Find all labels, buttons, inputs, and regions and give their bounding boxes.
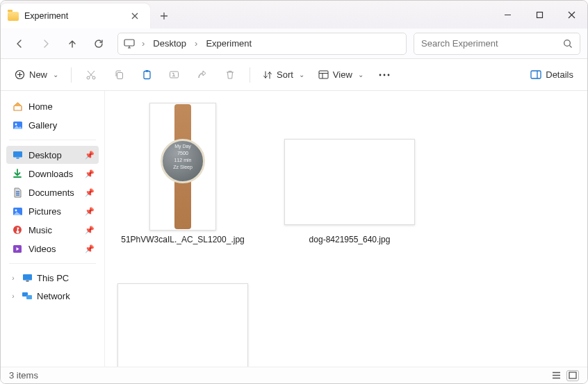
sidebar-item-gallery[interactable]: Gallery [6,116,99,134]
svg-rect-18 [16,158,19,159]
this-pc-icon [22,272,33,283]
forward-button[interactable] [34,33,58,54]
window-tab[interactable]: Experiment [1,3,150,28]
chevron-down-icon: ⌄ [53,71,58,78]
file-list[interactable]: My Day7500112 minZz Sleep 51PhVW3caIL._A… [105,91,587,368]
svg-rect-8 [145,70,148,72]
svg-rect-24 [26,281,28,282]
file-name: 51PhVW3caIL._AC_SL1200_.jpg [121,235,244,244]
rename-button[interactable] [162,64,187,86]
svg-point-11 [379,74,381,76]
pin-icon: 📌 [85,151,95,160]
sidebar-item-pictures[interactable]: Pictures 📌 [6,202,99,220]
sidebar-label: Gallery [28,120,57,131]
file-thumbnail [284,133,416,231]
view-icon [318,70,329,79]
sidebar-item-this-pc[interactable]: › This PC [5,269,100,286]
sidebar-item-desktop[interactable]: Desktop 📌 [6,146,99,164]
sidebar-label: This PC [37,273,69,283]
status-bar: 3 items [1,367,587,383]
sidebar-label: Documents [28,187,74,198]
file-thumbnail [117,278,249,368]
downloads-icon [12,168,23,179]
pictures-icon [12,206,23,217]
videos-icon [12,243,23,254]
sidebar-label: Downloads [28,169,73,179]
view-button[interactable]: View ⌄ [313,64,369,86]
cut-button[interactable] [79,64,104,86]
scissors-icon [85,69,97,81]
nav-bar: › Desktop › Experiment [1,28,587,59]
new-button[interactable]: New ⌄ [9,64,64,86]
svg-rect-10 [319,71,328,78]
sort-icon [263,70,272,80]
share-icon [197,69,208,80]
sidebar-item-videos[interactable]: Videos 📌 [6,240,99,258]
minimize-button[interactable] [491,1,523,28]
view-label: View [333,69,352,80]
svg-point-16 [15,123,17,125]
thumbnails-view-button[interactable] [566,370,579,381]
chevron-down-icon: ⌄ [358,71,364,78]
svg-rect-27 [569,372,576,378]
navigation-pane: Home Gallery Desktop 📌 Downloads 📌 Docum… [1,91,105,368]
sidebar-item-home[interactable]: Home [6,97,99,115]
separator [9,140,96,140]
chevron-right-icon: › [9,274,17,282]
file-item[interactable]: My Day7500112 minZz Sleep 51PhVW3caIL._A… [113,99,252,247]
tab-close-button[interactable] [129,10,140,22]
trash-icon [225,69,235,80]
window-controls [491,1,587,28]
sidebar-label: Music [28,225,52,235]
command-bar: New ⌄ Sort ⌄ View ⌄ Details [1,59,587,91]
sidebar-item-downloads[interactable]: Downloads 📌 [6,165,99,183]
svg-rect-0 [537,12,542,17]
chevron-right-icon: › [192,38,200,49]
breadcrumb-desktop[interactable]: Desktop [152,36,188,51]
sort-label: Sort [277,69,293,80]
separator [250,67,250,83]
search-input[interactable] [421,38,563,49]
close-window-button[interactable] [555,1,587,28]
back-button[interactable] [8,33,31,54]
sort-button[interactable]: Sort ⌄ [257,64,310,86]
svg-rect-14 [531,71,541,78]
svg-rect-7 [144,72,150,79]
file-item[interactable]: hover-fly-8135298_640.jpg [113,275,252,368]
svg-rect-6 [117,73,122,79]
share-button[interactable] [190,64,215,86]
copy-button[interactable] [106,64,131,86]
details-pane-icon [530,70,541,79]
svg-point-2 [564,40,571,46]
maximize-button[interactable] [523,1,555,28]
sidebar-label: Pictures [28,206,61,217]
up-button[interactable] [60,33,84,54]
sidebar-item-network[interactable]: › Network [5,287,100,304]
search-box[interactable] [414,33,580,55]
sidebar-item-documents[interactable]: Documents 📌 [6,183,99,201]
details-view-button[interactable] [550,370,562,381]
breadcrumb-experiment[interactable]: Experiment [204,36,253,51]
refresh-button[interactable] [87,33,111,54]
address-bar[interactable]: › Desktop › Experiment [117,33,407,55]
new-tab-button[interactable] [150,3,178,28]
explorer-body: Home Gallery Desktop 📌 Downloads 📌 Docum… [1,91,587,368]
more-button[interactable] [372,64,397,86]
svg-rect-1 [124,40,134,46]
tab-title: Experiment [24,11,124,21]
pin-icon: 📌 [85,226,95,235]
documents-icon [12,187,23,198]
svg-rect-23 [23,274,32,281]
ellipsis-icon [379,74,390,76]
sidebar-label: Videos [28,244,56,254]
file-item[interactable]: dog-8421955_640.jpg [280,131,419,247]
sidebar-item-music[interactable]: Music 📌 [6,221,99,239]
delete-button[interactable] [218,64,243,86]
details-pane-button[interactable]: Details [525,64,579,86]
svg-point-12 [383,74,385,76]
separator [71,67,72,83]
svg-rect-26 [26,295,32,299]
network-icon [22,290,33,301]
paste-button[interactable] [134,64,159,86]
search-icon [563,39,573,49]
